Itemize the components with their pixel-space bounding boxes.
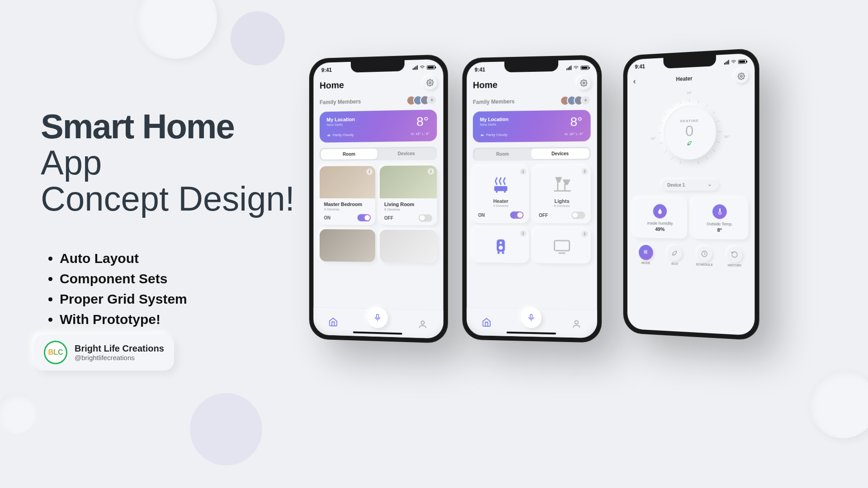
svg-rect-1: [377, 314, 378, 318]
info-icon[interactable]: i: [366, 169, 373, 175]
home-indicator[interactable]: [353, 331, 402, 334]
room-toggle[interactable]: [358, 214, 371, 221]
phone-notch: [505, 61, 558, 73]
weather-temperature: 8°: [416, 114, 429, 129]
weather-card[interactable]: My Location New Delhi 8° Partly Cloudy H…: [473, 110, 591, 142]
room-name: Master Bedroom: [324, 202, 371, 207]
avatar-add[interactable]: +: [580, 95, 590, 106]
device-card[interactable]: i: [473, 227, 529, 263]
svg-line-29: [660, 122, 663, 124]
tab-room[interactable]: Room: [321, 149, 377, 160]
dial-mark-right: 30°: [724, 135, 730, 139]
settings-button[interactable]: [423, 75, 437, 89]
settings-button[interactable]: [735, 69, 748, 84]
voice-button[interactable]: [367, 307, 388, 328]
tab-room[interactable]: Room: [474, 149, 531, 160]
room-card-living-room[interactable]: i Living Room 8 Devices OFF: [380, 165, 437, 225]
info-icon[interactable]: i: [581, 231, 588, 237]
info-icon[interactable]: i: [581, 168, 588, 174]
device-toggle[interactable]: [571, 211, 585, 219]
weather-city: New Delhi: [480, 122, 584, 127]
feature-item: Auto Layout: [60, 248, 303, 268]
tv-icon: [552, 236, 572, 257]
mode-button-eco[interactable]: ECO: [662, 245, 688, 266]
tab-devices[interactable]: Devices: [531, 148, 590, 159]
back-button[interactable]: ‹: [633, 76, 636, 86]
headline-light-2: Concept Design!: [41, 179, 295, 218]
gear-icon: [738, 72, 745, 80]
leaf-icon: [686, 140, 693, 146]
info-icon[interactable]: i: [520, 230, 526, 237]
room-state: ON: [324, 215, 331, 220]
heater-icon: [491, 174, 510, 194]
tab-devices[interactable]: Devices: [377, 148, 435, 159]
mic-icon: [373, 313, 382, 321]
room-devices-tabs[interactable]: Room Devices: [473, 147, 591, 161]
status-time: 9:41: [475, 66, 485, 73]
phone-mockup-devices: 9:41 Home Family Members: [462, 55, 602, 343]
battery-icon: [738, 59, 746, 64]
bottom-tab-bar: [467, 307, 597, 338]
svg-rect-12: [554, 241, 569, 251]
room-card[interactable]: [320, 229, 375, 262]
features-list: Auto Layout Component Sets Proper Grid S…: [41, 248, 303, 329]
room-toggle[interactable]: [419, 214, 432, 221]
profile-icon: [418, 319, 428, 329]
mode-button-history[interactable]: HISTORY: [721, 246, 748, 267]
tab-home[interactable]: [327, 316, 339, 328]
room-device-count: 8 Devices: [384, 207, 432, 211]
svg-rect-13: [530, 314, 532, 318]
room-name: Living Room: [384, 202, 432, 207]
decorative-circle: [0, 393, 36, 434]
temperature-dial[interactable]: 20° 10° 30° HEATING 0: [651, 90, 730, 173]
device-card-lights[interactable]: i Lights 8 Devices OFF: [533, 165, 591, 223]
tab-profile[interactable]: [571, 318, 582, 330]
stat-card-outside-temp[interactable]: Outside Temp. 8°: [692, 198, 748, 239]
battery-icon: [580, 66, 589, 70]
wifi-icon: [573, 66, 579, 70]
wifi-icon: [420, 65, 425, 70]
settings-button[interactable]: [577, 76, 590, 90]
mode-button-schedule[interactable]: SCHEDULE: [691, 246, 717, 267]
clock-icon: [701, 250, 708, 258]
avatar-add[interactable]: +: [427, 95, 437, 105]
svg-point-15: [741, 75, 742, 77]
stat-card-humidity[interactable]: Inside humidity 49%: [633, 198, 687, 239]
brand-handle: @brightlifecreations: [75, 354, 164, 361]
device-card[interactable]: i: [533, 228, 591, 263]
device-toggle[interactable]: [510, 211, 524, 219]
mode-button-mode[interactable]: MODE: [633, 244, 659, 265]
room-card[interactable]: [380, 230, 437, 263]
family-avatars[interactable]: +: [563, 95, 591, 106]
status-time: 9:41: [321, 67, 332, 74]
weather-card[interactable]: My Location New Delhi 8° Partly Cloudy H…: [320, 109, 437, 142]
info-icon[interactable]: i: [520, 169, 526, 175]
svg-line-27: [671, 106, 674, 108]
svg-line-20: [717, 121, 720, 122]
family-avatars[interactable]: +: [410, 95, 437, 106]
device-count: 4 Devices: [477, 204, 524, 208]
svg-line-31: [660, 142, 663, 144]
signal-icon: [724, 60, 729, 65]
device-card-heater[interactable]: i Heater 4 Devices ON: [473, 166, 529, 223]
svg-point-14: [575, 320, 578, 324]
home-indicator[interactable]: [507, 332, 556, 334]
profile-icon: [571, 319, 581, 329]
decorative-circle: [190, 393, 262, 465]
home-icon: [482, 317, 492, 327]
device-state: ON: [478, 212, 485, 217]
svg-line-26: [680, 101, 681, 104]
mic-icon: [527, 313, 535, 321]
phone-notch: [351, 60, 405, 72]
tab-home[interactable]: [481, 316, 492, 328]
svg-point-3: [583, 82, 585, 84]
info-icon[interactable]: i: [428, 168, 434, 174]
room-card-master-bedroom[interactable]: i Master Bedroom 4 Devices ON: [320, 166, 375, 225]
svg-line-24: [706, 156, 708, 159]
room-image: [320, 229, 375, 262]
mode-icon-wrap: [697, 246, 712, 262]
voice-button[interactable]: [521, 307, 542, 328]
room-devices-tabs[interactable]: Room Devices: [320, 146, 437, 161]
device-selector[interactable]: Device 1: [661, 179, 718, 191]
tab-profile[interactable]: [417, 318, 429, 330]
